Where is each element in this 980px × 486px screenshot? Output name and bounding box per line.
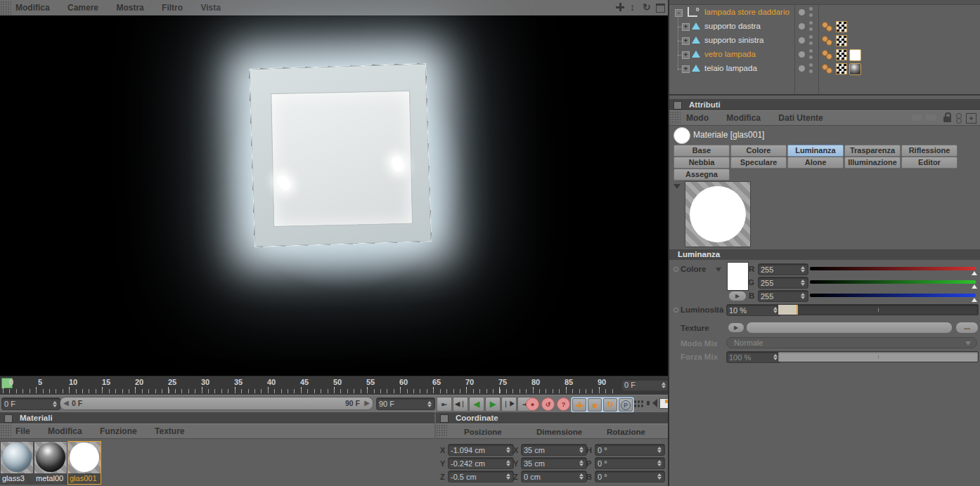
menu-camere[interactable]: Camere xyxy=(67,1,98,15)
materials-titlebar[interactable]: Materiali xyxy=(0,412,434,423)
panel-grip[interactable] xyxy=(436,424,447,438)
move-icon[interactable] xyxy=(616,3,624,13)
menu-vista[interactable]: Vista xyxy=(200,1,220,15)
menu-modifica[interactable]: Modifica xyxy=(15,1,50,15)
uvw-tag-icon[interactable] xyxy=(836,21,847,32)
expander-icon[interactable]: + xyxy=(682,37,690,45)
tab-alone[interactable]: Alone xyxy=(787,157,844,169)
attributes-titlebar[interactable]: Attributi xyxy=(669,99,980,110)
phong-tag-icon[interactable] xyxy=(822,22,833,32)
attr-menu-dati-utente[interactable]: Dati Utente xyxy=(778,111,823,125)
material-tile-metal00[interactable]: metal00 xyxy=(34,441,67,485)
channel-g-field[interactable]: 255 xyxy=(758,277,808,289)
preview-collapse-icon[interactable] xyxy=(673,184,681,189)
material-tag-glas001[interactable] xyxy=(849,49,861,61)
texture-expand-button[interactable]: ▶ xyxy=(728,322,744,333)
pos-z-field[interactable]: -0.5 cm xyxy=(448,471,514,482)
dim-x-field[interactable]: 35 cm xyxy=(521,444,587,456)
om-row-telaio-lampada[interactable]: + telaio lampada xyxy=(669,62,980,76)
channel-r-field[interactable]: 255 xyxy=(758,263,808,275)
editor-visibility-dot[interactable] xyxy=(809,63,813,67)
pos-x-field[interactable]: -1.094 cm xyxy=(448,444,514,456)
material-tile-glass3[interactable]: glass3 xyxy=(0,441,34,485)
texture-browse-button[interactable]: ... xyxy=(955,322,979,334)
om-row-vetro-lampada[interactable]: + vetro lampada xyxy=(669,48,980,62)
phong-tag-icon[interactable] xyxy=(822,64,833,74)
material-large-preview[interactable] xyxy=(685,181,751,247)
editor-visibility-dot[interactable] xyxy=(809,7,813,11)
render-visibility-dot[interactable] xyxy=(809,27,813,31)
om-row-lampada[interactable]: - 0 lampada store daddario xyxy=(669,6,980,20)
current-frame-field[interactable]: 0 F xyxy=(1,398,60,410)
visibility-dot[interactable] xyxy=(799,37,805,44)
render-visibility-dot[interactable] xyxy=(809,70,813,73)
luminosita-slider[interactable] xyxy=(778,304,979,315)
om-scroll-strip[interactable] xyxy=(669,0,980,5)
key-position-button[interactable] xyxy=(572,398,586,412)
panel-grip[interactable] xyxy=(669,111,681,124)
menu-filtro[interactable]: Filtro xyxy=(162,1,183,15)
texture-field[interactable] xyxy=(746,322,953,334)
timeline-range-scrubber[interactable]: ◀ 0 F 90 F ▶ xyxy=(60,397,373,410)
expander-icon[interactable]: + xyxy=(682,51,690,59)
visibility-dot[interactable] xyxy=(799,51,805,58)
slider-handle-icon[interactable] xyxy=(972,284,977,289)
mat-menu-file[interactable]: File xyxy=(15,424,30,438)
attr-menu-modo[interactable]: Modo xyxy=(686,111,709,125)
autokey-button[interactable]: ↺ xyxy=(541,398,555,411)
render-visibility-dot[interactable] xyxy=(809,13,813,17)
editor-visibility-dot[interactable] xyxy=(809,21,813,25)
om-row-supporto-sinistra[interactable]: + supporto sinistra xyxy=(669,34,980,48)
end-frame-field[interactable]: 90 F xyxy=(376,398,435,410)
expander-icon[interactable]: + xyxy=(682,65,690,73)
prev-frame-button[interactable]: ◀｜ xyxy=(453,397,468,412)
uvw-tag-icon[interactable] xyxy=(836,35,847,46)
play-forward-button[interactable]: ▶ xyxy=(485,397,501,412)
new-panel-icon[interactable]: + xyxy=(966,113,976,124)
panel-grip[interactable] xyxy=(0,424,11,438)
stepper-icon[interactable] xyxy=(51,401,58,407)
viewport-3d[interactable] xyxy=(0,15,668,376)
pos-y-field[interactable]: -0.242 cm xyxy=(448,457,514,469)
frame-field-top[interactable]: 0 F xyxy=(621,379,669,391)
tab-speculare[interactable]: Speculare xyxy=(730,157,787,169)
tab-riflessione[interactable]: Riflessione xyxy=(901,145,958,157)
forza-mix-slider[interactable] xyxy=(778,351,979,362)
stepper-icon[interactable] xyxy=(660,382,666,388)
tab-trasparenza[interactable]: Trasparenza xyxy=(844,145,901,157)
lock-icon[interactable] xyxy=(943,117,951,122)
channel-g-slider[interactable] xyxy=(810,280,976,284)
play-backward-button[interactable]: ◀ xyxy=(469,397,484,412)
dim-z-field[interactable]: 0 cm xyxy=(521,471,587,482)
channel-b-slider[interactable] xyxy=(810,294,976,297)
coordinates-titlebar[interactable]: Coordinate xyxy=(436,412,668,423)
render-visibility-dot[interactable] xyxy=(809,55,813,59)
scale-icon[interactable]: ↕ xyxy=(630,1,635,13)
pla-dots-icon[interactable] xyxy=(633,400,644,408)
link-icon[interactable] xyxy=(956,113,961,123)
tab-assegna[interactable]: Assegna xyxy=(673,169,730,180)
rot-b-field[interactable]: 0 ° xyxy=(595,471,665,482)
expander-icon[interactable]: - xyxy=(675,9,683,17)
timeline-ruler[interactable]: 0 5 10 15 20 25 30 35 40 45 50 55 60 65 … xyxy=(0,376,668,395)
history-back-icon[interactable] xyxy=(912,114,922,121)
mat-menu-modifica[interactable]: Modifica xyxy=(48,424,82,438)
color-swatch[interactable] xyxy=(727,262,749,291)
editor-visibility-dot[interactable] xyxy=(809,49,813,53)
maximize-view-icon[interactable] xyxy=(656,4,665,13)
phong-tag-icon[interactable] xyxy=(822,36,833,46)
channel-r-slider[interactable] xyxy=(810,267,976,270)
modo-mix-dropdown[interactable]: Normale xyxy=(726,337,977,348)
rot-p-field[interactable]: 0 ° xyxy=(595,457,665,469)
rot-h-field[interactable]: 0 ° xyxy=(595,444,665,456)
attr-menu-modifica[interactable]: Modifica xyxy=(726,111,761,125)
colore-dropdown-icon[interactable] xyxy=(716,268,721,272)
next-frame-button[interactable]: ｜▶ xyxy=(501,397,517,412)
section-luminanza[interactable]: Luminanza xyxy=(669,249,980,260)
phong-tag-icon[interactable] xyxy=(822,50,833,60)
uvw-tag-icon[interactable] xyxy=(836,63,847,74)
tab-nebbia[interactable]: Nebbia xyxy=(673,157,730,169)
expander-icon[interactable]: + xyxy=(682,23,690,31)
visibility-dot[interactable] xyxy=(799,65,805,72)
visibility-dot[interactable] xyxy=(799,9,805,15)
